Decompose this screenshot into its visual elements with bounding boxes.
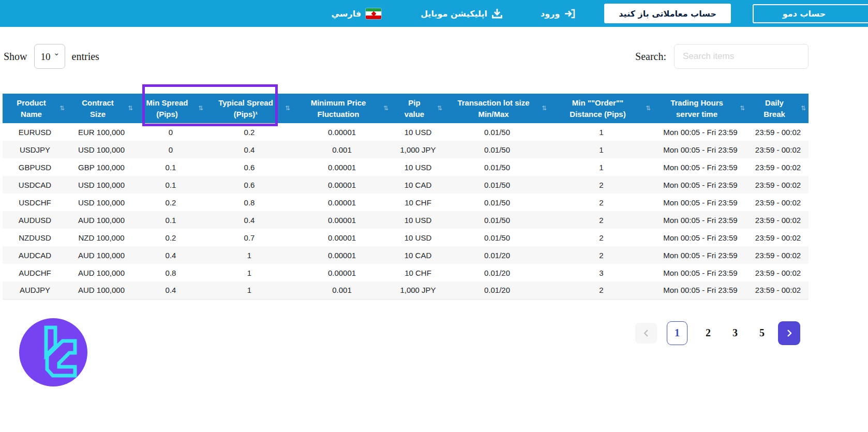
chevron-left-icon bbox=[643, 329, 649, 337]
table-cell: 0.6 bbox=[206, 158, 293, 176]
table-cell: EUR 100,000 bbox=[67, 123, 136, 141]
login-link[interactable]: ورود bbox=[541, 9, 575, 19]
page-button-1[interactable]: 1 bbox=[667, 321, 687, 345]
search-input[interactable] bbox=[674, 44, 809, 69]
sort-icon: ⇅ bbox=[646, 104, 651, 113]
open-trading-account-button[interactable]: حساب معاملاتی باز کنید bbox=[604, 4, 731, 23]
mobile-app-link[interactable]: اپلیکیشن موبایل bbox=[421, 8, 502, 19]
table-controls: Show 10 entries Search: bbox=[3, 44, 809, 69]
table-cell: 23:59 - 00:02 bbox=[747, 141, 809, 158]
table-row: USDCADUSD 100,0000.10.60.0000110 CAD0.01… bbox=[3, 176, 809, 193]
previous-page-button[interactable] bbox=[635, 323, 657, 344]
table-row: USDJPYUSD 100,00000.40.0011,000 JPY0.01/… bbox=[3, 141, 809, 158]
table-cell: EURUSD bbox=[3, 123, 67, 141]
column-header-daily-break[interactable]: DailyBreak⇅ bbox=[747, 94, 809, 123]
table-cell: USD 100,000 bbox=[67, 141, 136, 158]
column-header-typical-spread-pips[interactable]: Typical Spread(Pips)¹⇅ bbox=[206, 94, 293, 123]
table-cell: 10 USD bbox=[391, 123, 445, 141]
table-row: AUDUSDAUD 100,0000.10.40.0000110 USD0.01… bbox=[3, 211, 809, 229]
table-row: AUDCHFAUD 100,0000.810.0000110 CHF0.01/2… bbox=[3, 264, 809, 281]
table-cell: 0.00001 bbox=[293, 193, 391, 211]
table-row: GBPUSDGBP 100,0000.10.60.0000110 USD0.01… bbox=[3, 158, 809, 176]
chevron-right-icon bbox=[787, 329, 792, 337]
column-header-product-name[interactable]: ProductName⇅ bbox=[3, 94, 67, 123]
table-cell: 0.2 bbox=[136, 229, 206, 246]
table-cell: 0.7 bbox=[206, 229, 293, 246]
table-cell: 10 CAD bbox=[391, 176, 445, 193]
table-cell: NZDUSD bbox=[3, 229, 67, 246]
page-button-3[interactable]: 3 bbox=[729, 321, 741, 345]
column-header-transaction-lot-size-min-max[interactable]: Transaction lot sizeMin/Max⇅ bbox=[445, 94, 549, 123]
table-row: NZDUSDNZD 100,0000.20.70.0000110 USD0.01… bbox=[3, 229, 809, 246]
table-cell: Mon 00:05 - Fri 23:59 bbox=[653, 229, 747, 246]
table-cell: AUD 100,000 bbox=[67, 281, 136, 299]
table-cell: GBP 100,000 bbox=[67, 158, 136, 176]
sort-icon: ⇅ bbox=[59, 104, 65, 113]
brand-logo-icon[interactable] bbox=[19, 318, 87, 386]
show-entries-control: Show 10 entries bbox=[3, 44, 99, 69]
page-content: Show 10 entries Search: ProductName⇅Cont… bbox=[3, 44, 809, 386]
table-cell: 23:59 - 00:02 bbox=[747, 246, 809, 264]
column-header-min-spread-pips[interactable]: Min Spread(Pips)⇅ bbox=[136, 94, 206, 123]
table-cell: 0.01/50 bbox=[445, 229, 549, 246]
table-row: EURUSDEUR 100,00000.20.0000110 USD0.01/5… bbox=[3, 123, 809, 141]
table-cell: Mon 00:05 - Fri 23:59 bbox=[653, 123, 747, 141]
sign-in-icon bbox=[564, 9, 575, 19]
table-cell: 0.01/50 bbox=[445, 141, 549, 158]
table-cell: AUDCAD bbox=[3, 246, 67, 264]
next-page-button[interactable] bbox=[778, 321, 800, 345]
table-cell: AUD 100,000 bbox=[67, 246, 136, 264]
pagination: 1235 bbox=[635, 321, 809, 345]
sort-icon: ⇅ bbox=[542, 104, 547, 113]
table-cell: 2 bbox=[549, 281, 653, 299]
mobile-app-label: اپلیکیشن موبایل bbox=[421, 9, 487, 19]
table-row: AUDJPYAUD 100,0000.410.0011,000 JPY0.01/… bbox=[3, 281, 809, 299]
table-cell: AUD 100,000 bbox=[67, 264, 136, 281]
table-cell: 2 bbox=[549, 211, 653, 229]
search-control: Search: bbox=[635, 44, 809, 69]
table-cell: 0.1 bbox=[136, 158, 206, 176]
table-cell: 1 bbox=[549, 123, 653, 141]
table-cell: 23:59 - 00:02 bbox=[747, 229, 809, 246]
table-cell: 0.2 bbox=[136, 193, 206, 211]
table-cell: 0.01/50 bbox=[445, 193, 549, 211]
page-button-2[interactable]: 2 bbox=[702, 321, 714, 345]
entries-label: entries bbox=[72, 51, 99, 63]
table-cell: USDCHF bbox=[3, 193, 67, 211]
table-cell: 0.4 bbox=[206, 141, 293, 158]
table-cell: 23:59 - 00:02 bbox=[747, 123, 809, 141]
table-cell: 0 bbox=[136, 123, 206, 141]
table-cell: 0.01/50 bbox=[445, 176, 549, 193]
column-header-minimum-price-fluctuation[interactable]: Minimum PriceFluctuation⇅ bbox=[293, 94, 391, 123]
table-cell: 23:59 - 00:02 bbox=[747, 281, 809, 299]
entries-select[interactable]: 10 bbox=[34, 44, 65, 69]
column-header-pip-value[interactable]: Pipvalue⇅ bbox=[391, 94, 445, 123]
table-cell: 0.6 bbox=[206, 176, 293, 193]
table-cell: 0.00001 bbox=[293, 176, 391, 193]
table-cell: Mon 00:05 - Fri 23:59 bbox=[653, 176, 747, 193]
sort-icon: ⇅ bbox=[740, 104, 745, 113]
table-cell: 23:59 - 00:02 bbox=[747, 211, 809, 229]
table-header-row: ProductName⇅ContractSize⇅Min Spread(Pips… bbox=[3, 94, 809, 123]
table-cell: 0.8 bbox=[136, 264, 206, 281]
table-cell: 0.1 bbox=[136, 176, 206, 193]
table-cell: 23:59 - 00:02 bbox=[747, 176, 809, 193]
table-cell: 10 USD bbox=[391, 158, 445, 176]
column-header-trading-hours-server-time[interactable]: Trading Hoursserver time⇅ bbox=[653, 94, 747, 123]
iran-flag-icon bbox=[366, 8, 381, 19]
table-cell: 1 bbox=[206, 264, 293, 281]
top-navbar: حساب دمو حساب معاملاتی باز کنید ورود اپل… bbox=[0, 0, 868, 27]
spreads-table: ProductName⇅ContractSize⇅Min Spread(Pips… bbox=[3, 94, 809, 300]
sort-icon: ⇅ bbox=[128, 104, 133, 113]
page-button-5[interactable]: 5 bbox=[756, 321, 768, 345]
table-cell: 0.1 bbox=[136, 211, 206, 229]
login-label: ورود bbox=[541, 9, 560, 19]
column-header-contract-size[interactable]: ContractSize⇅ bbox=[67, 94, 136, 123]
table-cell: AUD 100,000 bbox=[67, 211, 136, 229]
table-cell: AUDUSD bbox=[3, 211, 67, 229]
column-header-min-order-distance-pips[interactable]: Min ""Order""Distance (Pips)⇅ bbox=[549, 94, 653, 123]
table-cell: 10 CHF bbox=[391, 264, 445, 281]
demo-account-button[interactable]: حساب دمو bbox=[753, 4, 868, 23]
language-switch-link[interactable]: فارسي bbox=[332, 8, 382, 19]
show-label: Show bbox=[4, 51, 27, 63]
